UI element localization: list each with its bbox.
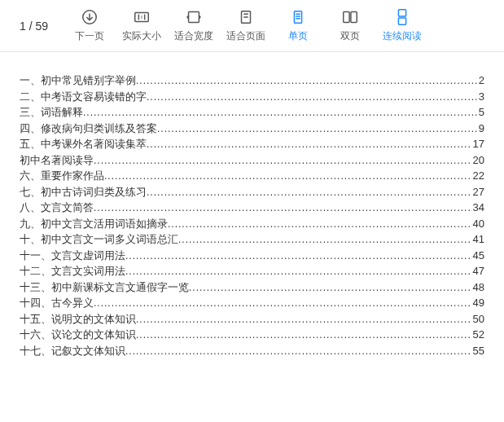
next-page-button[interactable]: 下一页	[64, 3, 115, 49]
toc-page-number: 27	[471, 187, 484, 197]
toc-leader-dots	[189, 283, 471, 292]
document-page: 一、初中常见错别字举例2二、中考语文容易读错的字3三、词语解释5四、修改病句归类…	[0, 52, 504, 377]
toc-title: 六、重要作家作品	[20, 170, 104, 181]
toc-page-number: 3	[477, 91, 484, 102]
toc-title: 一、初中常见错别字举例	[20, 75, 136, 86]
fit-page-icon	[237, 8, 255, 26]
toc-title: 十、初中文言文一词多义词语总汇	[20, 234, 178, 244]
toc-leader-dots	[136, 330, 471, 340]
toc-row: 九、初中文言文活用词语如摘录40	[20, 218, 484, 229]
toc-row: 六、重要作家作品22	[20, 170, 484, 181]
toc-page-number: 5	[477, 107, 484, 117]
toc-leader-dots	[125, 251, 471, 261]
toc-row: 十二、文言文实词用法47	[20, 266, 484, 276]
toc-row: 三、词语解释5	[20, 107, 484, 117]
toc-title: 四、修改病句归类训练及答案	[20, 123, 157, 134]
toc-leader-dots	[83, 108, 477, 117]
toc-row: 十五、说明文的文体知识50	[20, 314, 484, 324]
toc-leader-dots	[147, 139, 471, 149]
toc-title: 七、初中古诗词归类及练习	[20, 187, 147, 197]
toc-leader-dots	[178, 235, 471, 244]
toc-row: 十、初中文言文一词多义词语总汇41	[20, 234, 484, 244]
toc-leader-dots	[125, 346, 471, 356]
svg-rect-2	[189, 12, 199, 23]
svg-rect-6	[351, 12, 357, 23]
next-page-label: 下一页	[75, 29, 104, 43]
toc-row: 一、初中常见错别字举例2	[20, 75, 484, 86]
toc-leader-dots	[104, 171, 471, 181]
toc-row: 十四、古今异义49	[20, 297, 484, 308]
toc-page-number: 9	[477, 123, 484, 134]
toc-leader-dots	[147, 187, 471, 197]
double-page-icon	[341, 8, 359, 26]
toc-page-number: 45	[471, 250, 484, 261]
toc-page-number: 41	[471, 234, 484, 244]
toc-row: 七、初中古诗词归类及练习27	[20, 187, 484, 197]
toc-row: 十三、初中新课标文言文通假字一览48	[20, 282, 484, 292]
toc-leader-dots	[147, 92, 477, 102]
toc-title: 十二、文言文实词用法	[20, 266, 125, 276]
toc-leader-dots	[136, 76, 477, 86]
toolbar: 1 / 59 下一页 实际大小 适合宽度 适合页面 单页 双页	[0, 0, 504, 52]
toc-title: 九、初中文言文活用词语如摘录	[20, 218, 168, 229]
toc-title: 初中名著阅读导	[20, 155, 94, 165]
continuous-read-label: 连续阅读	[383, 29, 422, 43]
toc-leader-dots	[136, 314, 471, 324]
toc-row: 五、中考课外名著阅读集萃17	[20, 138, 484, 149]
toc-title: 八、文言文简答	[20, 202, 94, 213]
toc-leader-dots	[157, 124, 477, 134]
toc-leader-dots	[94, 156, 471, 165]
toc-page-number: 2	[477, 75, 484, 86]
fit-width-button[interactable]: 适合宽度	[169, 3, 219, 49]
toc-title: 三、词语解释	[20, 107, 83, 117]
toc-page-number: 49	[471, 297, 484, 308]
toc-title: 十六、议论文的文体知识	[20, 329, 136, 340]
actual-size-label: 实际大小	[122, 29, 161, 43]
toc-page-number: 20	[471, 155, 484, 165]
toc-page-number: 50	[471, 314, 484, 324]
toc-leader-dots	[125, 266, 471, 276]
fit-page-button[interactable]: 适合页面	[221, 3, 271, 49]
fit-width-label: 适合宽度	[174, 29, 213, 43]
single-page-icon	[289, 8, 307, 26]
toc-title: 十五、说明文的文体知识	[20, 314, 136, 324]
toc-title: 十四、古今异义	[20, 297, 94, 308]
toc-page-number: 34	[471, 202, 484, 213]
double-page-label: 双页	[340, 29, 360, 43]
toc-row: 初中名著阅读导20	[20, 155, 484, 165]
double-page-button[interactable]: 双页	[325, 3, 375, 49]
toc-title: 十一、文言文虚词用法	[20, 250, 125, 261]
svg-rect-4	[294, 11, 301, 24]
fit-width-icon	[185, 8, 203, 26]
toc-row: 二、中考语文容易读错的字3	[20, 91, 484, 102]
svg-rect-7	[398, 10, 405, 16]
toc-leader-dots	[94, 203, 471, 213]
toc-page-number: 52	[471, 329, 484, 340]
arrow-down-circle-icon	[81, 8, 99, 26]
single-page-label: 单页	[288, 29, 308, 43]
toc-row: 四、修改病句归类训练及答案9	[20, 123, 484, 134]
svg-rect-8	[398, 18, 405, 24]
toc-title: 十七、记叙文文体知识	[20, 345, 125, 356]
toc-row: 十六、议论文的文体知识52	[20, 329, 484, 340]
toc-page-number: 55	[471, 345, 484, 356]
toc-page-number: 47	[471, 266, 484, 276]
toc-page-number: 17	[471, 138, 484, 149]
toc-title: 五、中考课外名著阅读集萃	[20, 138, 147, 149]
toc-page-number: 48	[471, 282, 484, 292]
toc-page-number: 22	[471, 170, 484, 181]
toc-title: 十三、初中新课标文言文通假字一览	[20, 282, 189, 292]
toc-title: 二、中考语文容易读错的字	[20, 91, 147, 102]
single-page-button[interactable]: 单页	[273, 3, 323, 49]
page-indicator: 1 / 59	[5, 20, 63, 33]
toc-row: 八、文言文简答34	[20, 202, 484, 213]
svg-rect-5	[344, 12, 349, 23]
toc-page-number: 40	[471, 218, 484, 229]
svg-rect-1	[135, 13, 149, 22]
continuous-read-button[interactable]: 连续阅读	[377, 3, 427, 49]
toc-leader-dots	[168, 219, 471, 229]
one-to-one-icon	[133, 8, 151, 26]
toc-leader-dots	[94, 298, 471, 308]
fit-page-label: 适合页面	[226, 29, 265, 43]
actual-size-button[interactable]: 实际大小	[116, 3, 167, 49]
